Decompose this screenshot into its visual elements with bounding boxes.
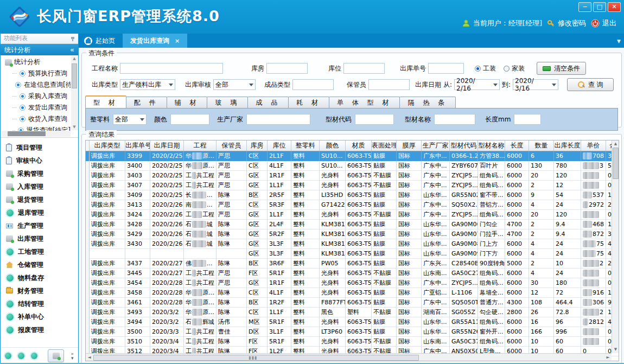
sidebar-item-入库管理[interactable]: 入库管理 <box>6 180 78 193</box>
column-header-15[interactable]: 型材名称 <box>478 141 505 151</box>
profile-code-input[interactable] <box>355 114 394 125</box>
product-type-input[interactable] <box>292 79 334 90</box>
scroll-down-icon[interactable]: ▼ <box>612 346 619 353</box>
grid-vertical-scrollbar[interactable]: ▲ ▼ <box>612 141 619 353</box>
tab-shipping-outbound-query[interactable]: 发货出库查询 × <box>123 34 187 48</box>
table-row[interactable]: 调拨出库34072020/2/25工共工程严思G区1L1F整料光身料6063-T… <box>86 181 619 190</box>
sidebar-item-退货管理[interactable]: 退货管理 <box>6 193 78 206</box>
date-to-select[interactable]: 2020/ 3/16 <box>513 79 558 90</box>
column-header-5[interactable]: 保管员 <box>217 141 247 151</box>
sidebar-item-退库管理[interactable]: 退库管理 <box>6 206 78 219</box>
sidebar-item-财务管理[interactable]: 财务管理 <box>6 284 78 297</box>
column-header-12[interactable]: 膜厚 <box>397 141 422 151</box>
sidebar-item-补单中心[interactable]: 补单中心 <box>6 310 78 323</box>
logout-button[interactable]: 退出 <box>591 18 616 28</box>
search-button[interactable]: 查 询 <box>567 78 614 91</box>
column-header-2[interactable]: 出库单号 <box>125 141 150 151</box>
table-row[interactable]: 调拨出库34582020/2/28华原...陈琳C区4L1F整料光身料6063-… <box>86 288 619 298</box>
column-header-1[interactable]: 出库类型 <box>90 141 125 151</box>
table-row[interactable]: 调拨出库35102020/3/4工共工程陈琳F区5R1F整料光身料6063-T5… <box>86 337 619 347</box>
quick-module-icon[interactable] <box>5 353 11 359</box>
tree-vscroll-thumb[interactable] <box>72 63 77 88</box>
tab-home[interactable]: 起始页 <box>79 34 123 48</box>
table-row[interactable]: 调拨出库34002020/2/25华原...严思C区4L1F整料SU10...6… <box>86 161 619 171</box>
table-row[interactable]: 调拨出库34132020/2/26南...严思C区5R3F整料G71422606… <box>86 200 619 210</box>
scroll-up-icon[interactable]: ▲ <box>71 56 78 62</box>
sidebar-item-出库管理[interactable]: 出库管理 <box>6 232 78 245</box>
color-input[interactable] <box>170 114 209 125</box>
column-header-16[interactable]: 长度 <box>505 141 529 151</box>
column-header-3[interactable]: 出库日期 <box>150 141 184 151</box>
radio-home-install[interactable] <box>504 66 510 72</box>
column-header-8[interactable]: 整零料 <box>291 141 320 151</box>
table-row[interactable]: 调拨出库34612020/2/28华原...陈琳B区1R2F整料F8877FT6… <box>86 298 619 308</box>
radio-work-install[interactable] <box>475 66 481 72</box>
table-row[interactable]: 调拨出库34292020/2/26石城陈琳G区5R2F整料KLM38176063… <box>86 229 619 239</box>
tree-item[interactable]: 退货查询[待定] <box>2 125 71 131</box>
table-row[interactable]: G区3L3F整料KLM38176063-T5贴膜国标山东华...GA90M09.… <box>86 249 619 259</box>
sidebar-item-项目管理[interactable]: 项目管理 <box>6 141 78 154</box>
sidebar-item-物料盘存[interactable]: 物料盘存 <box>6 271 78 284</box>
grid-vscroll-thumb[interactable] <box>613 148 619 179</box>
material-tab-4[interactable]: 玻 璃 <box>207 97 248 108</box>
table-row[interactable]: 调拨出库34372020/2/27佛...陈琳B区3R6F整料PW056063-… <box>86 259 619 269</box>
sidebar-item-结转管理[interactable]: 结转管理 <box>6 297 78 310</box>
scroll-down-icon[interactable]: ▼ <box>71 124 78 130</box>
sidebar-item-采购管理[interactable]: 采购管理 <box>6 167 78 180</box>
tree-horizontal-scrollbar[interactable] <box>1 131 71 137</box>
tree-hscroll-thumb[interactable] <box>8 131 46 136</box>
date-from-select[interactable]: 2020/ 2/16 <box>454 79 500 90</box>
whole-part-select[interactable]: 全部 <box>113 114 147 125</box>
material-tab-7[interactable]: 单 体 型 材 <box>329 97 400 108</box>
column-header-18[interactable]: 出库长度 <box>554 141 581 151</box>
scroll-right-icon[interactable]: ► <box>604 354 612 361</box>
column-header-13[interactable]: 生产厂家 <box>422 141 450 151</box>
column-header-4[interactable]: 工程 <box>184 141 217 151</box>
sidebar-item-仓储管理[interactable]: 仓储管理 <box>6 258 78 271</box>
scroll-up-icon[interactable]: ▲ <box>612 141 619 148</box>
tree-item[interactable]: 在途信息查询[待 <box>2 79 71 91</box>
sidebar-item-工地管理[interactable]: 工地管理 <box>6 245 78 258</box>
collapse-icon[interactable]: « <box>70 44 74 55</box>
order-no-input[interactable] <box>428 63 464 74</box>
overflow-chevron-icon[interactable]: »▾ <box>71 352 74 360</box>
table-row[interactable]: 调拨出库34302020/2/26石城陈琳G区3L3F整料KLM38176063… <box>86 239 619 249</box>
tree-vertical-scrollbar[interactable]: ▲ ▼ <box>71 56 78 130</box>
quick-module-icon[interactable] <box>31 353 37 359</box>
audit-select[interactable]: 全部 <box>213 79 256 90</box>
material-tab-2[interactable]: 配 件 <box>126 97 167 108</box>
material-tab-3[interactable]: 辅 材 <box>167 97 208 108</box>
table-row[interactable]: 调拨出库34282020/2/26石城陈琳G区2L4F整料KLM38176063… <box>86 220 619 229</box>
column-header-10[interactable]: 材质 <box>346 141 372 151</box>
table-row[interactable]: 调拨出库34542020/2/28工共工程严思G区1R1F整料光身料6063-T… <box>86 278 619 288</box>
tab-close-icon[interactable]: × <box>175 37 180 44</box>
material-tab-5[interactable]: 成 品 <box>247 97 289 108</box>
column-header-17[interactable]: 数量 <box>529 141 554 151</box>
column-header-9[interactable]: 颜色 <box>320 141 346 151</box>
manufacturer-input[interactable] <box>246 114 310 125</box>
change-password-button[interactable]: 修改密码 <box>547 18 586 28</box>
table-row[interactable]: 调拨出库34242020/2/26工工程严思G区1L1F整料光身料6063-T5… <box>86 210 619 220</box>
column-header-11[interactable]: 表面处理 <box>372 141 397 151</box>
location-input[interactable] <box>343 63 385 74</box>
project-name-input[interactable] <box>120 63 223 74</box>
close-button[interactable]: ✕ <box>608 2 621 12</box>
minimize-button[interactable]: ─ <box>578 2 591 12</box>
grid-horizontal-scrollbar[interactable]: ◄ ▮▮▮ ► <box>86 353 612 361</box>
sidebar-item-生产管理[interactable]: 生产管理 <box>6 219 78 232</box>
tree-root-statistics[interactable]: 统计分析 <box>2 56 71 68</box>
tree-item[interactable]: 预算执行查询 <box>2 68 71 79</box>
scroll-left-icon[interactable]: ◄ <box>86 354 93 361</box>
column-header-14[interactable]: 型材代码 <box>450 141 478 151</box>
warehouse-input[interactable] <box>266 63 308 74</box>
maximize-button[interactable]: □ <box>593 2 606 12</box>
cart-module-button[interactable] <box>48 349 64 362</box>
table-row[interactable]: 调拨出库34942020/3/2石辉城汤伟M区5R1F整料光身料6063-T5贴… <box>86 317 619 327</box>
table-row[interactable]: 调拨出库34092020/2/25长...陈琳B区2R5F整料LI35HD606… <box>86 190 619 200</box>
pin-icon[interactable] <box>71 36 75 41</box>
table-row[interactable]: 调拨出库35002020/3/3工共工程曹佳D区3L1F整料LT3P606063… <box>86 327 619 337</box>
sidebar-item-报废管理[interactable]: 报废管理 <box>6 323 78 336</box>
tab-overflow-icon[interactable]: ▼ <box>617 39 621 44</box>
profile-name-input[interactable] <box>434 114 475 125</box>
table-row[interactable]: 调拨出库34032020/2/25工共工程严思G区1R1F整料光身料6063-T… <box>86 171 619 181</box>
